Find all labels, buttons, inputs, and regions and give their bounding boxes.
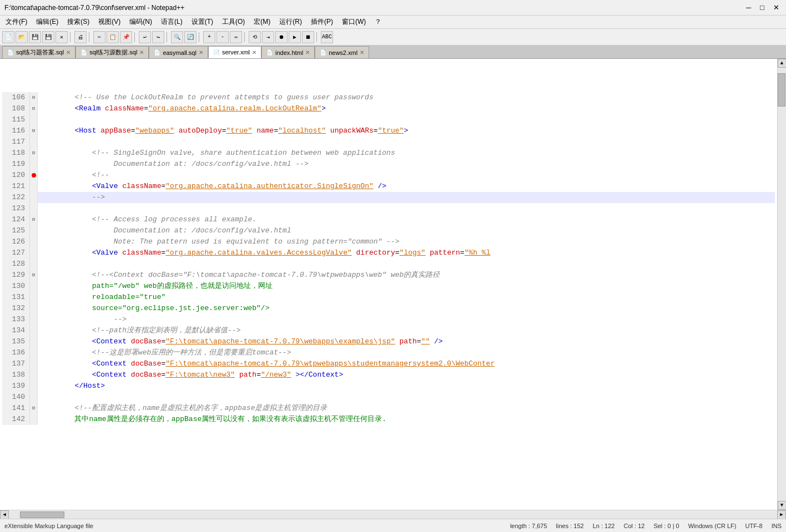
tab-close-index-html[interactable]: ✕ (305, 49, 310, 55)
line-138[interactable]: 138 <Context docBase="F:\tomcat\new3" pa… (2, 369, 775, 381)
line-135[interactable]: 135 <Context docBase="F:\tomcat\apache-t… (2, 336, 775, 347)
menu-bar: 文件(F) 编辑(E) 搜索(S) 视图(V) 编码(N) 语言(L) 设置(T… (0, 16, 786, 29)
tb-wrap[interactable]: ⟲ (249, 31, 261, 43)
tab-index-html[interactable]: 📄 index.html ✕ (261, 46, 315, 58)
menu-plugins[interactable]: 插件(P) (308, 16, 336, 28)
scroll-track[interactable] (778, 68, 786, 501)
tab-easymall[interactable]: 📄 easymall.sql ✕ (149, 46, 208, 58)
line-127[interactable]: 127 <Valve className="org.apache.catalin… (2, 247, 775, 259)
tb-indent[interactable]: ⇥ (262, 31, 274, 43)
fold-icon-124[interactable]: ⊟ (32, 214, 35, 225)
tab-close-sql-data[interactable]: ✕ (139, 49, 144, 55)
minimize-button[interactable]: ─ (744, 3, 753, 12)
scroll-up-arrow[interactable]: ▲ (778, 59, 787, 68)
menu-encoding[interactable]: 编码(N) (126, 16, 155, 28)
line-122[interactable]: 122 --> (2, 192, 775, 203)
line-117[interactable]: 117 (2, 136, 775, 148)
tb-zoom-out[interactable]: - (216, 31, 229, 43)
line-116[interactable]: 116⊟ <Host appBase="webapps" autoDeploy=… (2, 125, 775, 136)
menu-run[interactable]: 运行(R) (276, 16, 305, 28)
fold-icon-118[interactable]: ⊟ (32, 148, 35, 159)
tab-server-xml[interactable]: 📄 server.xml ✕ (208, 46, 261, 58)
horiz-thumb[interactable] (20, 511, 64, 518)
tab-news2-xml[interactable]: 📄 news2.xml ✕ (315, 46, 369, 58)
line-140[interactable]: 140 (2, 392, 775, 403)
tb-spellcheck[interactable]: ABC (321, 31, 333, 43)
horiz-left-arrow[interactable]: ◀ (0, 510, 9, 519)
tab-close-news2-xml[interactable]: ✕ (360, 49, 364, 55)
line-126[interactable]: 126 Note: The pattern used is equivalent… (2, 236, 775, 247)
tb-macro-rec[interactable]: ⏺ (275, 31, 288, 43)
line-142[interactable]: 142 其中name属性是必须存在的，appBase属性可以没有，如果没有表示该… (2, 414, 775, 425)
fold-icon-108[interactable]: ⊟ (32, 103, 35, 114)
menu-window[interactable]: 窗口(W) (339, 16, 369, 28)
menu-view[interactable]: 视图(V) (95, 16, 124, 28)
tb-paste[interactable]: 📌 (120, 31, 132, 43)
fold-icon-141[interactable]: ⊟ (32, 403, 35, 414)
close-button[interactable]: ✕ (771, 3, 782, 12)
fold-icon-116[interactable]: ⊟ (32, 125, 35, 136)
line-121[interactable]: 121 <Valve className="org.apache.catalin… (2, 181, 775, 192)
tb-redo[interactable]: ↪ (152, 31, 164, 43)
horiz-right-arrow[interactable]: ▶ (777, 510, 786, 519)
fold-icon-129[interactable]: ⊟ (32, 270, 35, 281)
menu-help[interactable]: ？ (371, 16, 385, 28)
line-124[interactable]: 124⊟ <!-- Access log processes all examp… (2, 214, 775, 225)
line-123[interactable]: 123 (2, 203, 775, 214)
tb-replace[interactable]: 🔄 (184, 31, 196, 43)
tb-macro-play[interactable]: ▶ (289, 31, 301, 43)
tab-close-easymall[interactable]: ✕ (199, 49, 203, 55)
line-139[interactable]: 139 </Host> (2, 381, 775, 392)
menu-settings[interactable]: 设置(T) (188, 16, 216, 28)
line-115[interactable]: 115 (2, 114, 775, 125)
line-130[interactable]: 130 path="/web" web的虚拟路径，也就是访问地址，网址 (2, 281, 775, 292)
line-118[interactable]: 118⊟ <!-- SingleSignOn valve, share auth… (2, 148, 775, 159)
menu-tools[interactable]: 工具(O) (219, 16, 248, 28)
line-125[interactable]: 125 Documentation at: /docs/config/valve… (2, 225, 775, 236)
line-132[interactable]: 132 source="org.eclipse.jst.jee.server:w… (2, 303, 775, 314)
line-131[interactable]: 131 reloadable="true" (2, 292, 775, 303)
tab-sql-data[interactable]: 📄 sql练习源数据.sql ✕ (75, 46, 149, 58)
menu-edit[interactable]: 编辑(E) (33, 16, 62, 28)
tb-find[interactable]: 🔍 (171, 31, 183, 43)
menu-macro[interactable]: 宏(M) (250, 16, 274, 28)
tab-close-sql-answers[interactable]: ✕ (66, 49, 70, 55)
line-108[interactable]: 108⊟ <Realm className="org.apache.catali… (2, 103, 775, 114)
tb-undo[interactable]: ↩ (139, 31, 151, 43)
scroll-down-arrow[interactable]: ▼ (778, 501, 787, 510)
line-133[interactable]: 133 --> (2, 314, 775, 325)
fold-icon-106[interactable]: ⊟ (32, 92, 35, 103)
line-134[interactable]: 134 <!--path没有指定则表明，是默认缺省值--> (2, 325, 775, 336)
tab-sql-answers[interactable]: 📄 sql练习题答案.sql ✕ (2, 46, 75, 58)
scroll-thumb[interactable] (778, 73, 785, 107)
tb-open[interactable]: 📂 (16, 31, 28, 43)
tb-new[interactable]: 📄 (2, 31, 14, 43)
tab-close-server-xml[interactable]: ✕ (252, 49, 256, 55)
tb-zoom-in[interactable]: + (203, 31, 215, 43)
line-137[interactable]: 137 <Context docBase="F:\tomcat\apache-t… (2, 358, 775, 369)
maximize-button[interactable]: □ (758, 3, 767, 12)
line-106[interactable]: 106⊟ <!-- Use the LockOutRealm to preven… (2, 92, 775, 103)
tb-sync-scroll[interactable]: ⇔ (230, 31, 242, 43)
code-area[interactable]: 106⊟ <!-- Use the LockOutRealm to preven… (0, 59, 777, 510)
horiz-track[interactable] (9, 511, 777, 519)
vertical-scrollbar[interactable]: ▲ ▼ (777, 59, 786, 510)
tb-cut[interactable]: ✂ (93, 31, 105, 43)
tb-print[interactable]: 🖨 (74, 31, 87, 43)
line-129[interactable]: 129⊟ <!--<Context docBase="F:\tomcat\apa… (2, 270, 775, 281)
line-141[interactable]: 141⊟ <!--配置虚拟主机，name是虚拟主机的名字，appbase是虚拟主… (2, 403, 775, 414)
tb-save-all[interactable]: 💾 (42, 31, 54, 43)
tb-save[interactable]: 💾 (29, 31, 41, 43)
editor-container: 106⊟ <!-- Use the LockOutRealm to preven… (0, 59, 786, 519)
tb-macro-stop[interactable]: ⏹ (302, 31, 314, 43)
tb-copy[interactable]: 📋 (107, 31, 119, 43)
line-120[interactable]: 120 <!-- (2, 170, 775, 181)
tb-close[interactable]: ✕ (56, 31, 68, 43)
line-119[interactable]: 119 Documentation at: /docs/config/valve… (2, 159, 775, 170)
menu-file[interactable]: 文件(F) (2, 16, 31, 28)
line-128[interactable]: 128 (2, 259, 775, 270)
menu-language[interactable]: 语言(L) (158, 16, 186, 28)
menu-search[interactable]: 搜索(S) (64, 16, 93, 28)
line-136[interactable]: 136 <!--这是部署web应用的一种方法，但是需要重启tomcat--> (2, 347, 775, 358)
horizontal-scrollbar[interactable]: ◀ ▶ (0, 510, 786, 519)
